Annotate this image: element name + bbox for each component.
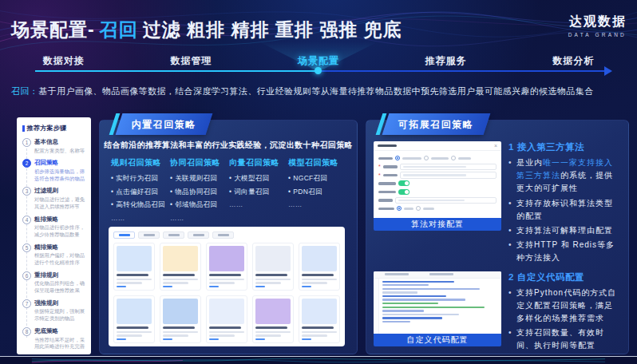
strategy-item: 点击偏好召回: [111, 185, 170, 199]
strategy-item-more: ……: [288, 198, 347, 212]
brand-logo-cn: 达观数据: [568, 14, 627, 30]
step-number: 3: [22, 187, 31, 196]
custom-code-button[interactable]: 自定义代码配置: [374, 334, 501, 346]
title-highlight-recall: 召回: [100, 19, 138, 40]
step-force-push-rules: 7 强推规则 依据特定规则，强制展示特定类别的物品: [22, 299, 85, 322]
tab-scene-config[interactable]: 场景配置: [255, 54, 382, 68]
step-rerank-rules: 6 重排规则 优化物品排列组合，确保呈现最佳推荐效果: [22, 271, 85, 295]
step-number: 4: [22, 216, 31, 224]
gallery-tab: [188, 231, 209, 239]
step-title: 兜底策略: [34, 327, 85, 335]
column-title: 规则召回策略: [111, 157, 170, 168]
step-desc: 对物品进行初步排序，减少待推荐物品数量: [34, 224, 85, 239]
step-number: 6: [22, 271, 31, 280]
code-lines: [379, 279, 501, 334]
third-party-text: 1接入第三方算法 是业内唯一一家支持接入第三方算法的系统，提供更大的可扩展性 支…: [508, 141, 620, 267]
step-number: 5: [22, 243, 31, 252]
step-recall-strategy: 2 召回策略 初步筛选海量物品，筛选符合推荐条件的物品: [22, 159, 85, 182]
gallery-tab: [113, 231, 135, 239]
bullet-item: 支持HTTP 和 Redis等多种方法接入: [508, 239, 620, 264]
gallery-tabs: [113, 231, 340, 239]
strategy-card: [113, 295, 155, 343]
tab-recommend-service[interactable]: 推荐服务: [382, 54, 510, 68]
step-filter-rules: 3 过滤规则 对物品进行过滤，避免其进入后续推荐环节: [22, 187, 85, 210]
strategy-column-rule: 规则召回策略 实时行为召回 点击偏好召回 高转化物品召回 ……: [111, 157, 170, 224]
tab-data-management[interactable]: 数据管理: [128, 54, 255, 68]
extensible-strategy-panel: 可拓展召回策略 × * * 算法对接配置: [366, 120, 629, 354]
text-input: [400, 172, 497, 179]
brand-logo: 达观数据 DATA GRAND: [568, 14, 627, 38]
badge-label: 可拓展召回策略: [398, 118, 473, 132]
editor-tabs: [374, 271, 501, 279]
step-basic-info: 1 基本信息 配置方案类型、名称等: [22, 138, 85, 154]
builtin-strategy-badge: 内置召回策略: [113, 113, 209, 135]
step-title: 强推规则: [34, 299, 85, 307]
radio-icon: [395, 156, 400, 160]
strategy-item: 大模型召回: [229, 172, 288, 185]
radio-icon: [451, 156, 456, 160]
strategy-gallery-screenshot: [109, 227, 345, 346]
strategy-card: [160, 243, 201, 291]
tab-data-integration[interactable]: 数据对接: [0, 54, 128, 68]
gallery-tab: [138, 231, 160, 239]
radio-icon: [424, 156, 429, 160]
code-editor-screenshot: [374, 271, 501, 334]
section-heading: 2自定义代码配置: [508, 271, 620, 283]
toggle-on-icon: [398, 189, 410, 195]
step-desc: 当推荐结果不足时，采用此策略进行补充完善: [34, 337, 85, 351]
bullet-item: 支持算法可解释理由配置: [508, 224, 620, 237]
step-number: 2: [22, 159, 31, 168]
custom-code-text: 2自定义代码配置 支持Python代码的方式自定义配置召回策略，满足多样化的场景…: [508, 271, 620, 354]
column-title: 向量召回策略: [229, 157, 288, 168]
slide: 场景配置-召回过滤 粗排 精排 重排 强推 兜底 达观数据 DATA GRAND…: [0, 0, 637, 364]
column-title: 协同召回策略: [170, 157, 229, 168]
page-title: 场景配置-召回过滤 粗排 精排 重排 强推 兜底: [11, 18, 402, 42]
strategy-item-more: ……: [111, 212, 170, 225]
section-heading: 1接入第三方算法: [508, 141, 620, 153]
third-party-bullets: 是业内唯一一家支持接入第三方算法的系统，提供更大的可扩展性 支持存放标识和算法类…: [508, 156, 620, 265]
step-number: 1: [22, 138, 31, 147]
step-desc: 对物品进行过滤，避免其进入后续推荐环节: [34, 196, 85, 211]
title-rest: 过滤 粗排 精排 重排 强推 兜底: [143, 19, 402, 40]
sidebar-title: 推荐方案步骤: [22, 124, 85, 133]
strategy-item: 物品协同召回: [170, 185, 229, 199]
strategy-item: 高转化物品召回: [111, 198, 170, 212]
step-title: 精排策略: [34, 243, 85, 251]
line-number-gutter: [374, 279, 379, 334]
text-input: [400, 164, 497, 171]
toggle-on-icon: [398, 180, 410, 186]
gallery-tab: [212, 231, 234, 239]
step-title: 重排规则: [34, 271, 85, 279]
code-editor-column: 自定义代码配置: [374, 271, 501, 354]
column-title: 模型召回策略: [288, 157, 347, 168]
tab-data-analysis[interactable]: 数据分析: [509, 54, 637, 68]
extensible-strategy-badge: 可拓展召回策略: [379, 113, 487, 135]
dialog-form: * *: [374, 151, 501, 216]
third-party-section: × * * 算法对接配置 1接入第三方算法 是业内唯一一家支持: [366, 141, 628, 267]
step-title: 基本信息: [34, 138, 85, 146]
gallery-tab: [163, 231, 184, 239]
builtin-strategy-panel: 内置召回策略 结合前沿的推荐算法和丰富的行业实践经验，沉淀出数十种召回策略 规则…: [99, 120, 358, 354]
step-desc: 优化物品排列组合，确保呈现最佳推荐效果: [34, 280, 85, 295]
recall-label: 召回：: [11, 86, 38, 96]
strategy-card: [160, 295, 201, 343]
arrow-right-icon: [604, 66, 612, 76]
gallery-grid: [113, 243, 340, 346]
strategy-card: [113, 243, 155, 291]
recall-text: 基于用户画像、物品画像等数据，结合深度学习算法、行业经验规则等从海量待推荐物品数…: [38, 86, 593, 96]
strategy-item: 实时行为召回: [111, 172, 170, 185]
step-desc: 依据特定规则，强制展示特定类别的物品: [34, 308, 85, 322]
close-icon: ×: [494, 143, 497, 148]
strategy-item-more: ……: [170, 212, 229, 225]
algo-config-button[interactable]: 算法对接配置: [374, 218, 501, 231]
strategy-card: [299, 295, 340, 343]
strategy-column-collab: 协同召回策略 关联规则召回 物品协同召回 邻域物品召回 ……: [170, 157, 229, 224]
strategy-item: PDN召回: [288, 185, 347, 199]
bullet-item: 支持召回数量、有效时间、执行时间等配置: [508, 326, 620, 352]
step-desc: 初步筛选海量物品，筛选符合推荐条件的物品: [34, 168, 85, 183]
step-desc: 配置方案类型、名称等: [34, 148, 85, 155]
builtin-intro-text: 结合前沿的推荐算法和丰富的行业实践经验，沉淀出数十种召回策略: [100, 140, 357, 151]
steps-list: 1 基本信息 配置方案类型、名称等 2 召回策略 初步筛选海量物品，筛选符合推荐…: [22, 138, 85, 350]
step-desc: 根据用户偏好，对物品进行个性化精准排序: [34, 252, 85, 267]
custom-code-section: 自定义代码配置 2自定义代码配置 支持Python代码的方式自定义配置召回策略，…: [366, 271, 628, 354]
